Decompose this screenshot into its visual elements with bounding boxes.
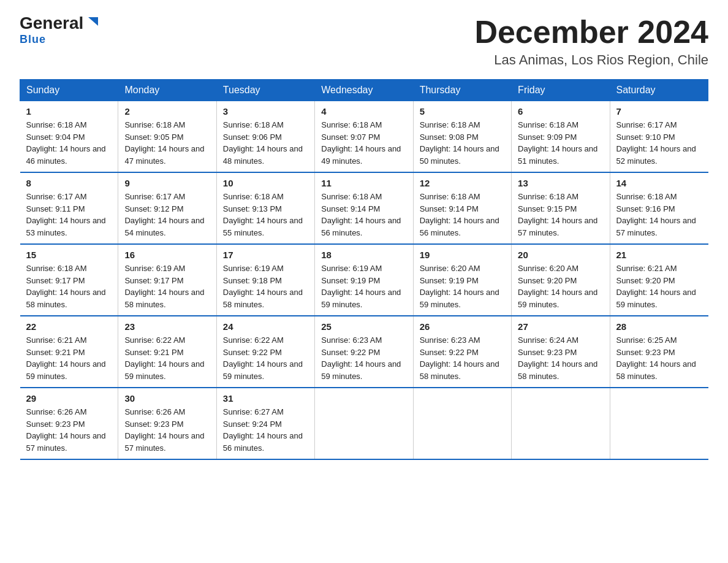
calendar-cell: 5 Sunrise: 6:18 AMSunset: 9:08 PMDayligh… bbox=[413, 101, 511, 173]
day-info: Sunrise: 6:18 AMSunset: 9:14 PMDaylight:… bbox=[420, 191, 505, 239]
day-number: 21 bbox=[616, 250, 702, 260]
day-info: Sunrise: 6:18 AMSunset: 9:08 PMDaylight:… bbox=[420, 119, 505, 167]
day-info: Sunrise: 6:17 AMSunset: 9:11 PMDaylight:… bbox=[26, 191, 112, 239]
calendar-cell: 10 Sunrise: 6:18 AMSunset: 9:13 PMDaylig… bbox=[216, 172, 314, 244]
day-info: Sunrise: 6:18 AMSunset: 9:06 PMDaylight:… bbox=[223, 119, 308, 167]
day-number: 9 bbox=[124, 178, 210, 188]
day-number: 13 bbox=[518, 178, 603, 188]
day-info: Sunrise: 6:18 AMSunset: 9:17 PMDaylight:… bbox=[26, 262, 112, 310]
page-header: General Blue December 2024 Las Animas, L… bbox=[20, 15, 708, 68]
day-number: 8 bbox=[26, 178, 112, 188]
calendar-cell: 11 Sunrise: 6:18 AMSunset: 9:14 PMDaylig… bbox=[315, 172, 413, 244]
calendar-cell: 3 Sunrise: 6:18 AMSunset: 9:06 PMDayligh… bbox=[216, 101, 314, 173]
weekday-header-row: SundayMondayTuesdayWednesdayThursdayFrid… bbox=[20, 80, 708, 101]
calendar-week-2: 8 Sunrise: 6:17 AMSunset: 9:11 PMDayligh… bbox=[20, 172, 708, 244]
calendar-cell: 23 Sunrise: 6:22 AMSunset: 9:21 PMDaylig… bbox=[118, 316, 216, 388]
day-number: 5 bbox=[420, 106, 505, 117]
day-number: 20 bbox=[518, 250, 603, 260]
day-info: Sunrise: 6:24 AMSunset: 9:23 PMDaylight:… bbox=[518, 334, 603, 382]
calendar-cell: 17 Sunrise: 6:19 AMSunset: 9:18 PMDaylig… bbox=[216, 244, 314, 316]
day-info: Sunrise: 6:22 AMSunset: 9:21 PMDaylight:… bbox=[124, 334, 210, 382]
calendar-cell: 7 Sunrise: 6:17 AMSunset: 9:10 PMDayligh… bbox=[610, 101, 708, 173]
day-info: Sunrise: 6:18 AMSunset: 9:14 PMDaylight:… bbox=[321, 191, 406, 239]
calendar-cell: 30 Sunrise: 6:26 AMSunset: 9:23 PMDaylig… bbox=[118, 388, 216, 459]
day-number: 6 bbox=[518, 106, 603, 117]
calendar-cell: 16 Sunrise: 6:19 AMSunset: 9:17 PMDaylig… bbox=[118, 244, 216, 316]
day-info: Sunrise: 6:18 AMSunset: 9:04 PMDaylight:… bbox=[26, 119, 112, 167]
day-info: Sunrise: 6:19 AMSunset: 9:18 PMDaylight:… bbox=[223, 262, 308, 310]
day-info: Sunrise: 6:18 AMSunset: 9:15 PMDaylight:… bbox=[518, 191, 603, 239]
day-info: Sunrise: 6:20 AMSunset: 9:20 PMDaylight:… bbox=[518, 262, 603, 310]
calendar-cell: 31 Sunrise: 6:27 AMSunset: 9:24 PMDaylig… bbox=[216, 388, 314, 459]
day-info: Sunrise: 6:18 AMSunset: 9:13 PMDaylight:… bbox=[223, 191, 308, 239]
day-info: Sunrise: 6:21 AMSunset: 9:21 PMDaylight:… bbox=[26, 334, 112, 382]
calendar-cell: 14 Sunrise: 6:18 AMSunset: 9:16 PMDaylig… bbox=[610, 172, 708, 244]
calendar-cell: 9 Sunrise: 6:17 AMSunset: 9:12 PMDayligh… bbox=[118, 172, 216, 244]
calendar-cell: 25 Sunrise: 6:23 AMSunset: 9:22 PMDaylig… bbox=[315, 316, 413, 388]
day-number: 14 bbox=[616, 178, 702, 188]
main-title: December 2024 bbox=[474, 15, 708, 50]
day-number: 24 bbox=[223, 321, 308, 332]
weekday-header-monday: Monday bbox=[118, 80, 216, 101]
title-block: December 2024 Las Animas, Los Rios Regio… bbox=[474, 15, 708, 68]
day-info: Sunrise: 6:18 AMSunset: 9:07 PMDaylight:… bbox=[321, 119, 406, 167]
weekday-header-sunday: Sunday bbox=[20, 80, 118, 101]
weekday-header-saturday: Saturday bbox=[610, 80, 708, 101]
calendar-cell: 21 Sunrise: 6:21 AMSunset: 9:20 PMDaylig… bbox=[610, 244, 708, 316]
day-number: 3 bbox=[223, 106, 308, 117]
day-info: Sunrise: 6:20 AMSunset: 9:19 PMDaylight:… bbox=[420, 262, 505, 310]
day-number: 31 bbox=[223, 393, 308, 404]
calendar-cell: 13 Sunrise: 6:18 AMSunset: 9:15 PMDaylig… bbox=[512, 172, 610, 244]
day-number: 25 bbox=[321, 321, 406, 332]
day-number: 1 bbox=[26, 106, 112, 117]
calendar-cell: 12 Sunrise: 6:18 AMSunset: 9:14 PMDaylig… bbox=[413, 172, 511, 244]
day-info: Sunrise: 6:19 AMSunset: 9:19 PMDaylight:… bbox=[321, 262, 406, 310]
day-info: Sunrise: 6:22 AMSunset: 9:22 PMDaylight:… bbox=[223, 334, 308, 382]
calendar-cell: 20 Sunrise: 6:20 AMSunset: 9:20 PMDaylig… bbox=[512, 244, 610, 316]
calendar-week-4: 22 Sunrise: 6:21 AMSunset: 9:21 PMDaylig… bbox=[20, 316, 708, 388]
day-info: Sunrise: 6:17 AMSunset: 9:12 PMDaylight:… bbox=[124, 191, 210, 239]
calendar-week-5: 29 Sunrise: 6:26 AMSunset: 9:23 PMDaylig… bbox=[20, 388, 708, 459]
day-info: Sunrise: 6:25 AMSunset: 9:23 PMDaylight:… bbox=[616, 334, 702, 382]
weekday-header-wednesday: Wednesday bbox=[315, 80, 413, 101]
calendar-cell bbox=[512, 388, 610, 459]
day-info: Sunrise: 6:17 AMSunset: 9:10 PMDaylight:… bbox=[616, 119, 702, 167]
day-number: 22 bbox=[26, 321, 112, 332]
weekday-header-tuesday: Tuesday bbox=[216, 80, 314, 101]
day-number: 26 bbox=[420, 321, 505, 332]
svg-marker-0 bbox=[88, 17, 98, 26]
day-info: Sunrise: 6:23 AMSunset: 9:22 PMDaylight:… bbox=[420, 334, 505, 382]
day-number: 28 bbox=[616, 321, 702, 332]
day-info: Sunrise: 6:26 AMSunset: 9:23 PMDaylight:… bbox=[26, 406, 112, 454]
day-number: 30 bbox=[124, 393, 210, 404]
day-number: 15 bbox=[26, 250, 112, 260]
calendar-cell bbox=[315, 388, 413, 459]
day-number: 19 bbox=[420, 250, 505, 260]
calendar-cell: 19 Sunrise: 6:20 AMSunset: 9:19 PMDaylig… bbox=[413, 244, 511, 316]
calendar-cell: 4 Sunrise: 6:18 AMSunset: 9:07 PMDayligh… bbox=[315, 101, 413, 173]
day-number: 10 bbox=[223, 178, 308, 188]
weekday-header-friday: Friday bbox=[512, 80, 610, 101]
calendar-week-3: 15 Sunrise: 6:18 AMSunset: 9:17 PMDaylig… bbox=[20, 244, 708, 316]
day-info: Sunrise: 6:18 AMSunset: 9:16 PMDaylight:… bbox=[616, 191, 702, 239]
day-number: 12 bbox=[420, 178, 505, 188]
calendar-cell: 22 Sunrise: 6:21 AMSunset: 9:21 PMDaylig… bbox=[20, 316, 118, 388]
day-info: Sunrise: 6:21 AMSunset: 9:20 PMDaylight:… bbox=[616, 262, 702, 310]
logo-general: General bbox=[20, 15, 83, 32]
logo-blue: Blue bbox=[20, 33, 46, 46]
day-number: 16 bbox=[124, 250, 210, 260]
calendar-cell: 6 Sunrise: 6:18 AMSunset: 9:09 PMDayligh… bbox=[512, 101, 610, 173]
day-info: Sunrise: 6:23 AMSunset: 9:22 PMDaylight:… bbox=[321, 334, 406, 382]
calendar-cell: 1 Sunrise: 6:18 AMSunset: 9:04 PMDayligh… bbox=[20, 101, 118, 173]
day-number: 27 bbox=[518, 321, 603, 332]
calendar-cell: 2 Sunrise: 6:18 AMSunset: 9:05 PMDayligh… bbox=[118, 101, 216, 173]
calendar-cell: 15 Sunrise: 6:18 AMSunset: 9:17 PMDaylig… bbox=[20, 244, 118, 316]
calendar-cell: 24 Sunrise: 6:22 AMSunset: 9:22 PMDaylig… bbox=[216, 316, 314, 388]
day-number: 11 bbox=[321, 178, 406, 188]
calendar-table: SundayMondayTuesdayWednesdayThursdayFrid… bbox=[20, 79, 708, 460]
logo-icon bbox=[85, 13, 102, 31]
calendar-week-1: 1 Sunrise: 6:18 AMSunset: 9:04 PMDayligh… bbox=[20, 101, 708, 173]
day-number: 23 bbox=[124, 321, 210, 332]
day-number: 17 bbox=[223, 250, 308, 260]
calendar-cell: 18 Sunrise: 6:19 AMSunset: 9:19 PMDaylig… bbox=[315, 244, 413, 316]
